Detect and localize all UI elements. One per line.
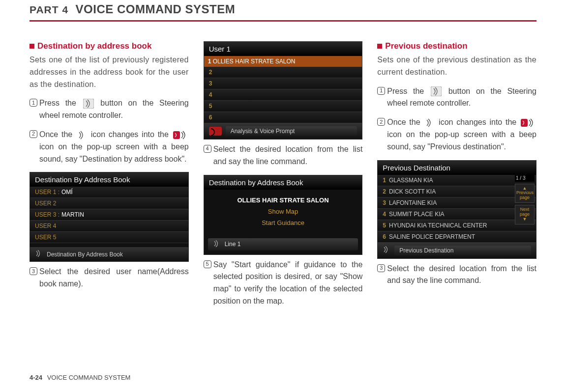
- list-row: 5HYUNDAI KIA TECHNICAL CENTER: [378, 220, 536, 231]
- footer-label: VOICE COMMAND SYSTEM: [47, 374, 131, 381]
- page-nav: 1 / 3 Previous page Next page: [515, 174, 535, 224]
- step-number-icon: 3: [377, 264, 385, 272]
- part-label: PART 4: [30, 4, 68, 15]
- screenshot-address-book-users: Destination By Address Book USER 1 :OMÍ …: [30, 172, 189, 262]
- column-1: Destination by address book Sets one of …: [30, 41, 189, 314]
- voice-active-red-icon: [173, 130, 188, 140]
- voice-button-icon: [431, 86, 442, 96]
- bullet-square-icon: [30, 44, 34, 49]
- shot-title: Destination By Address Book: [30, 172, 188, 187]
- voice-wave-icon: [424, 118, 434, 128]
- part-title: VOICE COMMAND SYSTEM: [76, 2, 236, 16]
- list-row: 6: [204, 112, 362, 123]
- screenshot-destination-options: Destination by Address Book OLLIES HAIR …: [204, 175, 363, 255]
- user-row: USER 4: [30, 221, 188, 232]
- user-row: USER 3 :MARTIN: [30, 209, 188, 221]
- step-3: 3 Select the desired location from the l…: [377, 263, 536, 287]
- step-1: 1 Press the button on the Steering wheel…: [30, 97, 189, 122]
- previous-page-icon: Previous page: [515, 184, 535, 203]
- step-body: Once the icon changes into the icon on t…: [39, 129, 189, 165]
- step-number-icon: 5: [204, 260, 211, 268]
- step-number-icon: 1: [30, 99, 37, 107]
- screenshot-user1-list: User 1 1 OLLIES HAIR STRATE SALON 2 3 4 …: [204, 41, 363, 140]
- shot-footer: Destination By Address Book: [30, 247, 188, 261]
- shot-title: User 1: [204, 42, 362, 56]
- svg-rect-0: [83, 99, 94, 109]
- option-show-map: Show Map: [204, 206, 362, 217]
- shot-title: Destination by Address Book: [204, 175, 362, 190]
- list-row: 2DICK SCOTT KIA: [378, 186, 536, 197]
- page-footer: 4-24 VOICE COMMAND SYSTEM: [30, 374, 130, 381]
- step-number-icon: 1: [377, 87, 385, 95]
- highlighted-row: 1 OLLIES HAIR STRATE SALON: [204, 56, 362, 67]
- svg-rect-2: [431, 86, 442, 96]
- column-2: User 1 1 OLLIES HAIR STRATE SALON 2 3 4 …: [204, 41, 363, 314]
- voice-button-icon: [83, 99, 94, 109]
- content-columns: Destination by address book Sets one of …: [30, 41, 536, 314]
- section-heading-address-book: Destination by address book: [30, 41, 189, 51]
- listen-icon: [213, 240, 221, 249]
- next-page-icon: Next page: [515, 205, 535, 224]
- shot-title: Previous Destination: [378, 161, 536, 175]
- voice-active-red-icon: [521, 118, 536, 128]
- step-body: Select the desired user name(Address boo…: [39, 266, 189, 290]
- section-heading-previous-destination: Previous destination: [377, 41, 536, 51]
- page-header: PART 4 VOICE COMMAND SYSTEM: [30, 0, 536, 22]
- step-body: Say "Start guidance" if guidance to the …: [213, 259, 363, 308]
- intro-text: Sets one of the list of previously regis…: [30, 54, 189, 90]
- step-1: 1 Press the button on the Steering wheel…: [377, 85, 536, 110]
- list-row: 2: [204, 67, 362, 78]
- user-row: USER 2: [30, 198, 188, 209]
- step-2: 2 Once the icon changes into the icon on…: [377, 116, 536, 153]
- step-5: 5 Say "Start guidance" if guidance to th…: [204, 259, 363, 308]
- listen-icon: [383, 246, 390, 254]
- selected-name: OLLIES HAIR STRATE SALON: [204, 190, 362, 206]
- listen-icon: [35, 250, 43, 258]
- user-row: USER 5: [30, 232, 188, 243]
- list-row: 6SALINE POLICE DEPARTMENT: [378, 231, 536, 243]
- voice-active-red-icon: [209, 127, 222, 136]
- bullet-square-icon: [377, 44, 382, 49]
- voice-wave-icon: [77, 130, 87, 140]
- shot-footer: Previous Destination: [378, 243, 536, 258]
- shot-footer: Line 1: [208, 238, 358, 251]
- screenshot-previous-destination: Previous Destination 1GLASSMAN KIA 2DICK…: [377, 160, 536, 259]
- heading-text: Destination by address book: [37, 41, 151, 51]
- step-body: Press the button on the Steering wheel r…: [39, 97, 189, 122]
- step-body: Once the icon changes into the icon on t…: [387, 116, 536, 153]
- step-2: 2 Once the icon changes into the icon on…: [30, 129, 189, 165]
- heading-text: Previous destination: [385, 41, 467, 51]
- step-number-icon: 4: [204, 145, 211, 153]
- step-body: Select the desired location from the lis…: [387, 263, 536, 287]
- step-number-icon: 3: [30, 267, 37, 275]
- list-row: 4: [204, 89, 362, 101]
- page-count: 1 / 3: [515, 174, 535, 182]
- shot-footer: Analysis & Voice Prompt: [204, 123, 362, 139]
- list-row: 3LAFONTAINE KIA: [378, 197, 536, 209]
- step-body: Select the desired location from the lis…: [213, 143, 363, 168]
- page-number: 4-24: [30, 374, 42, 381]
- list-row: 1GLASSMAN KIA: [378, 175, 536, 186]
- list-row: 3: [204, 78, 362, 89]
- user-row: USER 1 :OMÍ: [30, 187, 188, 198]
- step-4: 4 Select the desired location from the l…: [204, 143, 363, 168]
- step-body: Press the button on the Steering wheel r…: [387, 85, 536, 110]
- list-row: 4SUMMIT PLACE KIA: [378, 209, 536, 220]
- option-start-guidance: Start Guidance: [204, 217, 362, 228]
- step-3: 3 Select the desired user name(Address b…: [30, 266, 189, 290]
- step-number-icon: 2: [377, 118, 385, 126]
- list-row: 5: [204, 101, 362, 112]
- column-3: Previous destination Sets one of the pre…: [377, 41, 536, 314]
- step-number-icon: 2: [30, 130, 37, 138]
- intro-text: Sets one of the previous destination as …: [377, 54, 536, 79]
